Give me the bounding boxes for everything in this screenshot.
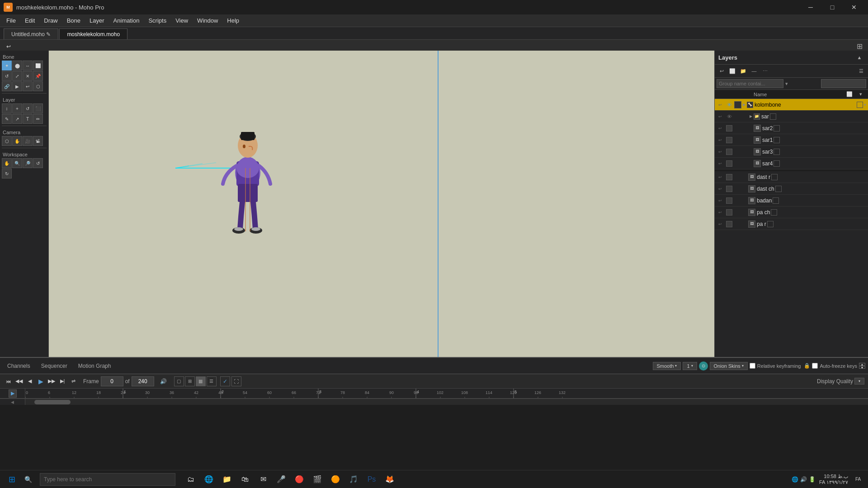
layer-visibility-dast-ch[interactable] bbox=[725, 185, 733, 193]
menu-help[interactable]: Help bbox=[222, 15, 244, 26]
toolbar-right-btn[interactable]: ⊞ bbox=[854, 41, 865, 52]
visibility-checkbox-badan[interactable] bbox=[726, 197, 732, 204]
tool-workspace-rotate-cw[interactable]: ↺ bbox=[33, 158, 43, 168]
layer-check-badan[interactable] bbox=[773, 197, 779, 204]
total-frames-input[interactable] bbox=[132, 376, 154, 386]
taskbar-search-icon[interactable]: 🔍 bbox=[20, 471, 36, 488]
language-indicator[interactable]: FA bbox=[852, 473, 864, 486]
volume-btn[interactable]: 🔊 bbox=[159, 376, 169, 386]
fullscreen-view-btn[interactable]: ⛶ bbox=[231, 376, 241, 386]
taskbar-search-input[interactable] bbox=[44, 476, 152, 483]
layer-expand-kolombone[interactable]: ▶ bbox=[741, 102, 747, 108]
prev-keyframe-btn[interactable]: ◀◀ bbox=[14, 377, 24, 386]
tool-layer-rotate[interactable]: ↺ bbox=[23, 103, 33, 113]
layer-row-dast-r[interactable]: ↩ 🖼 dast r bbox=[715, 171, 868, 183]
layer-visibility-sar1[interactable] bbox=[725, 136, 733, 144]
layers-move-up-btn[interactable]: ⋯ bbox=[760, 66, 770, 76]
layers-collapse-btn[interactable]: ▲ bbox=[854, 52, 864, 62]
view-list-btn[interactable]: ☰ bbox=[207, 376, 217, 386]
tool-workspace-rotate-ccw[interactable]: ↻ bbox=[2, 169, 12, 178]
tool-bone-scale[interactable]: ⬜ bbox=[33, 61, 43, 70]
layer-check-pa-r[interactable] bbox=[767, 221, 774, 227]
maximize-button[interactable]: □ bbox=[822, 0, 843, 14]
layers-delete-btn[interactable]: — bbox=[749, 66, 759, 76]
tool-bone-pose[interactable]: ▶ bbox=[12, 81, 22, 91]
layer-visibility-sar4[interactable] bbox=[725, 160, 733, 168]
layer-row-kolombone[interactable]: ↩ 👁 ▶ 🦴 kolombone ▾ bbox=[715, 99, 868, 111]
menu-file[interactable]: File bbox=[2, 15, 20, 26]
tool-camera-reset[interactable]: 📽 bbox=[33, 136, 43, 146]
layers-group-btn[interactable]: 📁 bbox=[738, 66, 748, 76]
onion-skins-dropdown[interactable]: Onion Skins ▾ bbox=[710, 362, 748, 370]
layer-options-kolombone[interactable]: ▾ bbox=[864, 103, 866, 107]
layer-row-sar4[interactable]: ↩ 🖼 sar4 bbox=[715, 158, 868, 169]
menu-view[interactable]: View bbox=[171, 15, 193, 26]
next-keyframe-btn[interactable]: ⇌ bbox=[69, 377, 78, 386]
taskbar-firefox[interactable]: 🦊 bbox=[382, 471, 398, 488]
smooth-dropdown[interactable]: Smooth ▾ bbox=[653, 362, 681, 370]
layer-visibility-sar2[interactable] bbox=[725, 124, 733, 132]
taskbar-edge[interactable]: 🌐 bbox=[201, 471, 217, 488]
tool-bone-pin[interactable]: 📌 bbox=[33, 71, 43, 81]
tool-camera-zoom[interactable]: 🎥 bbox=[23, 136, 33, 146]
tool-text[interactable]: T bbox=[23, 114, 33, 124]
taskbar-item1[interactable]: 🎬 bbox=[309, 471, 326, 488]
visibility-checkbox-sar4[interactable] bbox=[726, 160, 732, 167]
taskbar-explorer[interactable]: 📁 bbox=[219, 471, 235, 488]
tool-draw[interactable]: ✏ bbox=[33, 114, 43, 124]
visibility-checkbox-sar3[interactable] bbox=[726, 149, 732, 155]
tab-channels[interactable]: Channels bbox=[3, 361, 35, 371]
visibility-checkbox-pa-r[interactable] bbox=[726, 221, 732, 227]
layer-check-pa-ch[interactable] bbox=[771, 209, 777, 216]
layer-check-sar4[interactable] bbox=[774, 160, 780, 167]
scroll-left-btn[interactable]: ◀ bbox=[11, 400, 14, 404]
layer-expand-sar[interactable]: ▶ bbox=[748, 114, 754, 119]
visibility-checkbox-dast-ch[interactable] bbox=[726, 186, 732, 192]
visibility-checkbox-dast-r[interactable] bbox=[726, 174, 732, 180]
layer-check-sar[interactable] bbox=[770, 113, 776, 120]
taskbar-item3[interactable]: 🎵 bbox=[345, 471, 362, 488]
menu-edit[interactable]: Edit bbox=[20, 15, 39, 26]
tool-bone-reparent[interactable]: 🔗 bbox=[2, 81, 12, 91]
tool-bone-delete[interactable]: ✕ bbox=[23, 71, 33, 81]
layer-visibility-sar3[interactable] bbox=[725, 148, 733, 156]
smooth-value-dropdown[interactable]: 1 ▾ bbox=[683, 362, 697, 370]
tool-bone-reset[interactable]: ↩ bbox=[23, 81, 33, 91]
add-channel-btn[interactable]: ▶ bbox=[9, 389, 17, 398]
visibility-checkbox-pa-ch[interactable] bbox=[726, 209, 732, 216]
layer-check-sar2[interactable] bbox=[774, 125, 780, 131]
layer-name-filter[interactable] bbox=[821, 79, 866, 88]
visibility-checkbox-sar2[interactable] bbox=[726, 125, 732, 131]
layer-visibility-pa-ch[interactable] bbox=[725, 208, 733, 216]
taskbar-item2[interactable]: 🟠 bbox=[327, 471, 344, 488]
layer-check-sar3[interactable] bbox=[774, 149, 780, 155]
close-button[interactable]: ✕ bbox=[844, 0, 864, 14]
tool-layer-arrow[interactable]: ↗ bbox=[12, 114, 22, 124]
view-single-btn[interactable]: ▢ bbox=[174, 376, 184, 386]
layer-visibility-dast-r[interactable] bbox=[725, 173, 733, 181]
relative-keyframing-checkbox[interactable] bbox=[750, 363, 755, 369]
tool-bone-constrain[interactable]: ⬡ bbox=[33, 81, 43, 91]
layers-settings-btn[interactable]: ☰ bbox=[856, 66, 866, 76]
layer-visibility-badan[interactable] bbox=[725, 197, 733, 205]
layer-row-dast-ch[interactable]: ↩ 🖼 dast ch bbox=[715, 183, 868, 195]
layer-lock-kolombone[interactable] bbox=[734, 101, 741, 108]
play-loop-btn[interactable]: ▶▶ bbox=[47, 377, 56, 386]
hscroll-thumb[interactable] bbox=[34, 400, 71, 404]
taskbar-mail[interactable]: ✉ bbox=[255, 471, 271, 488]
menu-window[interactable]: Window bbox=[193, 15, 222, 26]
onion-skins-toggle[interactable]: ⊙ bbox=[699, 361, 708, 371]
auto-freeze-checkbox[interactable] bbox=[812, 363, 818, 369]
view-grid-btn[interactable]: ▦ bbox=[196, 376, 206, 386]
taskbar-task-view[interactable]: 🗂 bbox=[183, 471, 199, 488]
taskbar-store[interactable]: 🛍 bbox=[237, 471, 253, 488]
next-frame-btn[interactable]: ▶| bbox=[58, 377, 67, 386]
layer-visibility-pa-r[interactable] bbox=[725, 220, 733, 228]
canvas-viewport[interactable] bbox=[49, 51, 714, 357]
view-quad-btn[interactable]: ⊞ bbox=[185, 376, 195, 386]
layers-new-btn[interactable]: ↩ bbox=[717, 66, 726, 76]
tool-layer-transform[interactable]: ↕ bbox=[2, 103, 12, 113]
menu-bone[interactable]: Bone bbox=[62, 15, 85, 26]
prev-frame-btn[interactable]: ◀ bbox=[25, 377, 34, 386]
menu-draw[interactable]: Draw bbox=[39, 15, 62, 26]
